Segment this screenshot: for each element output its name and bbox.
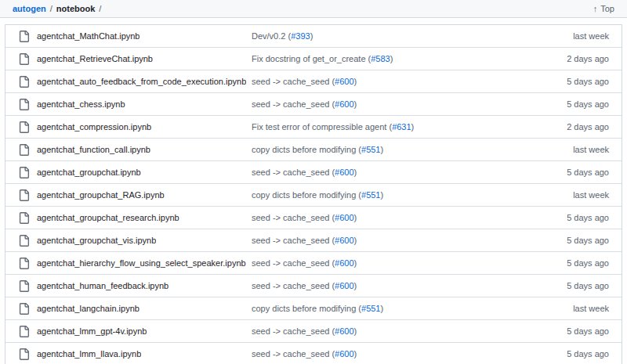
table-row: agentchat_human_feedback.ipynb seed -> c…: [5, 275, 622, 297]
commit-pr-link[interactable]: #600: [335, 349, 353, 359]
file-icon: [18, 76, 30, 88]
commit-message-text[interactable]: copy dicts before modifying (: [252, 304, 361, 313]
commit-message-cell: seed -> cache_seed (#600): [252, 213, 549, 222]
commit-message-text[interactable]: seed -> cache_seed (: [252, 213, 335, 222]
commit-pr-link[interactable]: #551: [361, 145, 380, 154]
commit-time: 2 days ago: [562, 122, 609, 132]
commit-time: 5 days ago: [562, 168, 609, 177]
commit-message-text[interactable]: seed -> cache_seed (: [252, 99, 335, 109]
file-name-cell: agentchat_compression.ipynb: [18, 121, 252, 133]
commit-message-close-paren: ): [354, 213, 357, 222]
commit-message-text[interactable]: seed -> cache_seed (: [252, 77, 335, 86]
file-name[interactable]: agentchat_lmm_gpt-4v.ipynb: [37, 326, 147, 336]
table-row: agentchat_langchain.ipynb copy dicts bef…: [5, 297, 622, 320]
file-name[interactable]: agentchat_langchain.ipynb: [37, 304, 140, 313]
file-name[interactable]: agentchat_groupchat.ipynb: [37, 168, 141, 177]
file-name[interactable]: agentchat_auto_feedback_from_code_execut…: [37, 77, 246, 86]
file-name[interactable]: agentchat_groupchat_RAG.ipynb: [37, 190, 165, 200]
commit-pr-link[interactable]: #600: [335, 77, 353, 86]
commit-pr-link[interactable]: #600: [335, 168, 353, 177]
file-name[interactable]: agentchat_function_call.ipynb: [37, 145, 150, 154]
table-row: agentchat_MathChat.ipynb Dev/v0.2 (#393)…: [5, 25, 622, 48]
file-name[interactable]: agentchat_hierarchy_flow_using_select_sp…: [37, 258, 246, 268]
commit-pr-link[interactable]: #600: [335, 281, 353, 290]
file-name[interactable]: agentchat_compression.ipynb: [37, 122, 151, 132]
breadcrumb-repo-link[interactable]: autogen: [13, 4, 46, 13]
file-name[interactable]: agentchat_groupchat_vis.ipynb: [37, 236, 156, 245]
commit-message-cell: seed -> cache_seed (#600): [252, 326, 549, 336]
file-icon: [18, 53, 30, 65]
commit-message-close-paren: ): [381, 304, 384, 313]
commit-pr-link[interactable]: #600: [335, 236, 353, 245]
file-name-cell: agentchat_langchain.ipynb: [18, 303, 252, 315]
file-name[interactable]: agentchat_groupchat_research.ipynb: [37, 213, 179, 222]
table-row: agentchat_groupchat_research.ipynb seed …: [5, 207, 622, 229]
commit-message-close-paren: ): [354, 326, 357, 336]
file-icon: [18, 326, 30, 337]
commit-message-text[interactable]: seed -> cache_seed (: [252, 326, 335, 336]
file-name-cell: agentchat_auto_feedback_from_code_execut…: [18, 76, 252, 88]
commit-message-text[interactable]: Fix docstring of get_or_create (: [252, 54, 371, 63]
commit-pr-link[interactable]: #551: [361, 304, 380, 313]
commit-message-close-paren: ): [381, 190, 384, 200]
file-icon: [18, 167, 30, 178]
table-row: agentchat_lmm_llava.ipynb seed -> cache_…: [5, 343, 622, 364]
file-name[interactable]: agentchat_MathChat.ipynb: [37, 31, 140, 41]
file-icon: [18, 348, 30, 360]
file-name-cell: agentchat_lmm_llava.ipynb: [18, 348, 252, 360]
file-icon: [18, 303, 30, 315]
file-name[interactable]: agentchat_RetrieveChat.ipynb: [37, 54, 153, 63]
commit-message-cell: seed -> cache_seed (#600): [252, 77, 549, 86]
commit-pr-link[interactable]: #600: [335, 213, 353, 222]
commit-message-text[interactable]: seed -> cache_seed (: [252, 168, 335, 177]
commit-time: 5 days ago: [562, 258, 609, 268]
commit-message-text[interactable]: Fix test error of compressible agent (: [252, 122, 392, 132]
commit-pr-link[interactable]: #600: [335, 99, 353, 109]
commit-message-text[interactable]: Dev/v0.2 (: [252, 31, 291, 41]
back-to-top-label: Top: [600, 4, 614, 13]
table-row: agentchat_groupchat.ipynb seed -> cache_…: [5, 161, 622, 184]
commit-time: 5 days ago: [562, 213, 609, 222]
file-icon: [18, 189, 30, 201]
file-name-cell: agentchat_lmm_gpt-4v.ipynb: [18, 326, 252, 337]
commit-message-text[interactable]: seed -> cache_seed (: [252, 236, 335, 245]
commit-time: last week: [562, 190, 609, 200]
commit-time: 5 days ago: [562, 236, 609, 245]
commit-message-cell: copy dicts before modifying (#551): [252, 145, 549, 154]
table-row: agentchat_lmm_gpt-4v.ipynb seed -> cache…: [5, 320, 622, 343]
file-icon: [18, 99, 30, 110]
file-name[interactable]: agentchat_human_feedback.ipynb: [37, 281, 169, 290]
file-icon: [18, 280, 30, 292]
commit-message-text[interactable]: copy dicts before modifying (: [252, 145, 361, 154]
commit-message-close-paren: ): [354, 99, 357, 109]
table-row: agentchat_groupchat_vis.ipynb seed -> ca…: [5, 229, 622, 252]
commit-time: last week: [562, 31, 609, 41]
file-name[interactable]: agentchat_lmm_llava.ipynb: [37, 349, 141, 359]
commit-time: 2 days ago: [562, 54, 609, 63]
file-name[interactable]: agentchat_chess.ipynb: [37, 99, 125, 109]
commit-pr-link[interactable]: #393: [291, 31, 310, 41]
commit-message-close-paren: ): [354, 349, 357, 359]
commit-message-text[interactable]: seed -> cache_seed (: [252, 349, 335, 359]
commit-message-text[interactable]: seed -> cache_seed (: [252, 281, 335, 290]
commit-pr-link[interactable]: #631: [392, 122, 411, 132]
commit-message-text[interactable]: copy dicts before modifying (: [252, 190, 361, 200]
commit-message-cell: Fix test error of compressible agent (#6…: [252, 122, 549, 132]
commit-pr-link[interactable]: #600: [335, 258, 353, 268]
commit-message-close-paren: ): [354, 77, 357, 86]
commit-message-cell: seed -> cache_seed (#600): [252, 236, 549, 245]
file-name-cell: agentchat_MathChat.ipynb: [18, 31, 252, 42]
table-row: agentchat_RetrieveChat.ipynb Fix docstri…: [5, 48, 622, 70]
commit-pr-link[interactable]: #551: [361, 190, 380, 200]
file-name-cell: agentchat_hierarchy_flow_using_select_sp…: [18, 258, 252, 269]
file-name-cell: agentchat_chess.ipynb: [18, 99, 252, 110]
file-table-body: agentchat_MathChat.ipynb Dev/v0.2 (#393)…: [5, 25, 622, 364]
back-to-top-link[interactable]: ↑ Top: [593, 4, 614, 13]
commit-message-cell: seed -> cache_seed (#600): [252, 349, 549, 359]
commit-message-text[interactable]: seed -> cache_seed (: [252, 258, 335, 268]
commit-pr-link[interactable]: #583: [371, 54, 390, 63]
breadcrumb-separator: /: [50, 4, 53, 13]
commit-pr-link[interactable]: #600: [335, 326, 353, 336]
commit-message-cell: copy dicts before modifying (#551): [252, 304, 549, 313]
file-name-cell: agentchat_groupchat.ipynb: [18, 167, 252, 178]
